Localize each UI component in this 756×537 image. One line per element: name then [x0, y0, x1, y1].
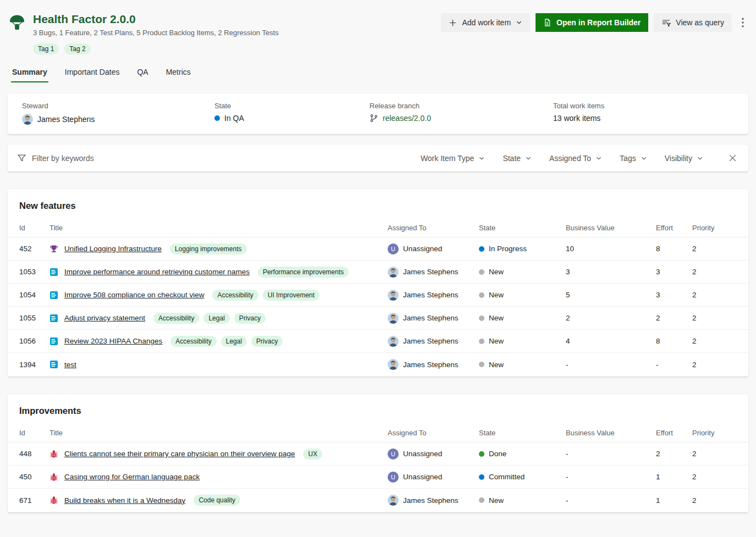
state-name: New	[489, 314, 504, 322]
work-item-title-link[interactable]: Casing wrong for German language pack	[64, 473, 200, 481]
table-row: 450Casing wrong for German language pack…	[8, 466, 748, 489]
view-as-query-button[interactable]: View as query	[654, 13, 732, 32]
state-cell: In Progress	[479, 245, 566, 253]
chevron-down-icon	[516, 19, 522, 26]
filter-tags[interactable]: Tags	[620, 154, 647, 163]
priority-cell: 2	[692, 291, 737, 299]
avatar	[388, 359, 399, 370]
section-improvements: Improvements Id Title Assigned To State …	[8, 394, 748, 512]
section-title: New features	[8, 189, 748, 219]
business-value-cell: -	[566, 473, 656, 481]
work-item-title-cell: Improve performance around retrieving cu…	[49, 267, 388, 278]
work-item-title-cell: Casing wrong for German language pack	[49, 473, 388, 481]
state-name: New	[489, 268, 504, 276]
tab-qa[interactable]: QA	[136, 65, 149, 82]
work-item-title-link[interactable]: Clients cannot see their primary care ph…	[64, 450, 295, 458]
column-effort: Effort	[656, 224, 692, 232]
work-item-title-link[interactable]: Review 2023 HIPAA Changes	[64, 337, 162, 345]
assigned-to-cell: UUnassigned	[388, 449, 479, 460]
priority-cell: 2	[692, 450, 737, 458]
work-item-title-link[interactable]: Adjust privacy statement	[64, 314, 145, 322]
chevron-down-icon	[641, 155, 647, 162]
plus-icon	[449, 19, 457, 27]
tag-pill: Privacy	[251, 336, 283, 347]
assignee-name: James Stephens	[403, 314, 459, 322]
assigned-to-cell: James Stephens	[388, 359, 479, 370]
effort-cell: 3	[656, 291, 692, 299]
work-item-title-link[interactable]: Unified Logging Infrastructure	[64, 245, 162, 253]
release-branch-label: Release branch	[369, 102, 553, 110]
funnel-icon	[17, 153, 26, 163]
tab-important-dates[interactable]: Important Dates	[64, 65, 121, 82]
state-cell: New	[479, 496, 566, 505]
state-cell: New	[479, 314, 566, 322]
priority-cell: 2	[692, 314, 737, 322]
column-priority: Priority	[692, 224, 737, 232]
table-header: Id Title Assigned To State Business Valu…	[8, 219, 748, 237]
priority-cell: 2	[692, 496, 737, 505]
total-work-items-value: 13 work items	[553, 114, 600, 123]
state-dot	[479, 339, 484, 344]
work-item-tags: AccessibilityLegalPrivacy	[153, 313, 266, 324]
effort-cell: 1	[656, 496, 692, 505]
tag-pill: Logging improvements	[170, 243, 246, 254]
state-dot	[479, 497, 484, 503]
section-new-features: New features Id Title Assigned To State …	[8, 189, 748, 377]
filter-state-label: State	[503, 154, 521, 163]
column-state: State	[479, 429, 566, 437]
assignee-name: James Stephens	[403, 291, 459, 299]
state-cell: Committed	[479, 473, 566, 481]
tag-pill: UX	[303, 449, 322, 460]
tag-pill: Accessibility	[170, 336, 216, 347]
effort-cell: 8	[656, 245, 692, 253]
tab-metrics[interactable]: Metrics	[165, 65, 192, 82]
more-options-button[interactable]	[737, 14, 748, 31]
state-dot	[479, 269, 484, 275]
work-item-title-link[interactable]: test	[64, 361, 76, 369]
release-branch-link[interactable]: releases/2.0.0	[383, 114, 431, 123]
work-item-title-link[interactable]: Improve 508 compliance on checkout view	[64, 291, 204, 299]
assigned-to-cell: James Stephens	[388, 313, 479, 324]
filter-state[interactable]: State	[503, 154, 532, 163]
document-icon	[543, 18, 551, 27]
unassigned-avatar: U	[388, 243, 399, 254]
page: Health Factor 2.0.0 3 Bugs, 1 Feature, 2…	[0, 0, 756, 512]
filter-dropdowns: Work Item Type State Assigned To Tags Vi…	[421, 154, 703, 163]
tab-bar: Summary Important Dates QA Metrics	[11, 65, 756, 82]
work-item-title-link[interactable]: Improve performance around retrieving cu…	[64, 268, 250, 276]
tag-pill: Accessibility	[212, 290, 258, 301]
tag-pill: Tag 1	[33, 43, 59, 54]
effort-cell: 3	[656, 268, 692, 276]
column-title: Title	[49, 429, 388, 437]
filter-keywords-input[interactable]	[32, 154, 421, 163]
business-value-cell: -	[566, 361, 656, 369]
bug-icon	[49, 450, 58, 458]
state-name: New	[489, 337, 504, 345]
open-report-builder-button[interactable]: Open in Report Builder	[536, 13, 648, 32]
tab-summary[interactable]: Summary	[11, 65, 48, 82]
work-item-id: 1053	[19, 268, 49, 276]
work-item-title-cell: Review 2023 HIPAA ChangesAccessibilityLe…	[49, 336, 388, 347]
work-item-id: 1055	[19, 314, 49, 322]
state-name: New	[489, 496, 504, 505]
business-value-cell: 5	[566, 291, 656, 299]
work-item-tags: UX	[303, 449, 322, 460]
priority-cell: 2	[692, 473, 737, 481]
assigned-to-cell: James Stephens	[388, 495, 479, 506]
state-dot	[479, 362, 484, 367]
work-item-tags: Code quality	[194, 495, 240, 506]
filter-assigned-to[interactable]: Assigned To	[549, 154, 602, 163]
filter-visibility[interactable]: Visibility	[665, 154, 703, 163]
table-row: 1056Review 2023 HIPAA ChangesAccessibili…	[8, 330, 748, 353]
clear-filter-button[interactable]	[726, 152, 739, 164]
assignee-name: James Stephens	[403, 268, 459, 276]
filter-visibility-label: Visibility	[665, 154, 692, 163]
filter-work-item-type[interactable]: Work Item Type	[421, 154, 485, 163]
table-row: 452Unified Logging InfrastructureLogging…	[8, 237, 748, 261]
business-value-cell: 3	[566, 268, 656, 276]
filter-tags-label: Tags	[620, 154, 636, 163]
work-item-title-link[interactable]: Build breaks when it is a Wednesday	[64, 496, 185, 505]
add-work-item-button[interactable]: Add work item	[441, 13, 530, 32]
column-assigned-to: Assigned To	[388, 429, 479, 437]
effort-cell: -	[656, 361, 692, 369]
